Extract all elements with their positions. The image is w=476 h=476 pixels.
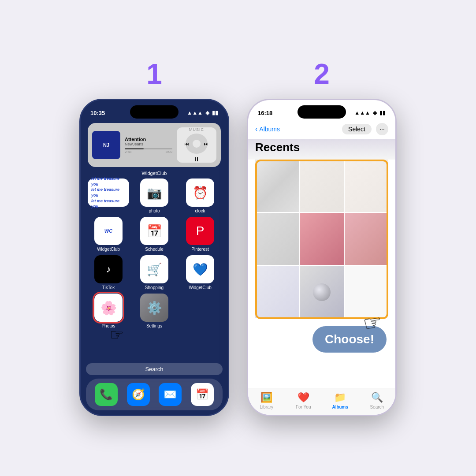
dynamic-island-2 [298, 105, 346, 119]
music-info: Attention NewJeans 2:58 3:00 [125, 137, 172, 154]
library-label: Library [260, 405, 273, 409]
bottom-tabs: 🖼️ Library ❤️ For You 📁 Albums 🔍 Search [248, 388, 395, 415]
photo-3[interactable] [345, 160, 388, 212]
app-grid-row3: ♪ TikTok 🛒 Shopping 💙 WidgetClub [88, 255, 221, 290]
dock-mail[interactable]: ✉️ [159, 383, 182, 406]
time-1: 10:35 [90, 110, 105, 116]
status-icons-2: ▲▲▲ ◈ ▮▮ [354, 110, 386, 116]
dock-calendar[interactable]: 📅 [191, 383, 214, 406]
tab-for-you[interactable]: ❤️ For You [285, 392, 322, 409]
nav-back[interactable]: ‹ Albums [255, 125, 280, 133]
photo-1[interactable] [255, 160, 299, 212]
battery-icon: ▮▮ [212, 110, 218, 116]
photo-app-icon: 📷 [140, 178, 168, 207]
heart-label: WidgetClub [189, 285, 212, 290]
shopping-label: Shopping [145, 285, 164, 290]
select-button[interactable]: Select [342, 124, 372, 134]
step-1-number: 1 [146, 60, 162, 88]
heart-app-icon: 💙 [186, 255, 214, 283]
time-total: 3:00 [165, 150, 172, 154]
hand-area-1: ☞ [88, 330, 221, 348]
photos-app-icon: 🌸 [94, 294, 123, 322]
dock-safari[interactable]: 🧭 [127, 383, 150, 406]
empty-slot [179, 294, 208, 328]
album-art: NJ [92, 131, 120, 159]
app-treasure-widget[interactable]: let me treasure youlet me treasure youle… [88, 178, 129, 213]
music-widget-label: WidgetClub [88, 171, 221, 176]
step-1: 1 10:35 ▲▲▲ ◈ ▮▮ NJ [79, 60, 229, 416]
more-button[interactable]: ··· [376, 123, 388, 135]
music-title: Attention [125, 137, 172, 142]
music-progress-fill [125, 148, 144, 149]
app-photo[interactable]: 📷 photo [134, 178, 175, 213]
settings-app-icon: ⚙️ [140, 294, 168, 322]
for-you-icon: ❤️ [298, 392, 309, 403]
app-grid-row4: 🌸 Photos ⚙️ Settings [88, 294, 221, 328]
app-clock[interactable]: ⏰ clock [179, 178, 221, 213]
treasure-widget-box: let me treasure youlet me treasure youle… [88, 178, 129, 207]
battery-icon-2: ▮▮ [379, 110, 386, 116]
photo-5[interactable] [300, 213, 343, 265]
music-progress [125, 148, 172, 149]
photo-4[interactable] [255, 213, 299, 265]
schedule-app-icon: 📅 [140, 217, 168, 245]
nav-actions: Select ··· [342, 123, 388, 135]
tab-albums[interactable]: 📁 Albums [322, 392, 359, 409]
recents-title: Recents [255, 139, 388, 156]
app-photos[interactable]: 🌸 Photos [88, 294, 129, 328]
hand-icon-1: ☞ [110, 326, 124, 344]
dock-phone[interactable]: 📞 [95, 383, 118, 406]
photo-7[interactable] [255, 266, 299, 318]
app-settings[interactable]: ⚙️ Settings [134, 294, 175, 328]
home-content: NJ Attention NewJeans 2:58 3:00 [81, 119, 228, 363]
widgetclub-label: WidgetClub [97, 247, 120, 252]
tab-search[interactable]: 🔍 Search [359, 392, 396, 409]
hand-icon-2: ☞ [361, 309, 384, 337]
app-schedule[interactable]: 📅 Schedule [134, 217, 175, 252]
treasure-text: let me treasure youlet me treasure youle… [91, 176, 126, 209]
albums-label: Albums [332, 405, 348, 409]
hand-pointer-area: ☞ [363, 310, 382, 335]
app-pinterest[interactable]: P Pinterest [179, 217, 221, 252]
search-bar[interactable]: Search [86, 363, 223, 375]
pinterest-label: Pinterest [191, 247, 208, 252]
widgetclub-app-icon: WC [94, 217, 123, 245]
time-2: 16:18 [258, 110, 272, 116]
photos-header: Recents [248, 139, 395, 160]
more-icon: ··· [379, 126, 385, 133]
signal-icon: ▲▲▲ [187, 110, 203, 116]
wifi-icon-2: ◈ [373, 110, 377, 116]
search-tab-icon: 🔍 [371, 392, 383, 403]
app-shopping[interactable]: 🛒 Shopping [134, 255, 175, 290]
wifi-icon: ◈ [205, 110, 209, 116]
photo-2[interactable] [300, 160, 343, 212]
photos-red-ring [93, 292, 124, 324]
clock-app-icon: ⏰ [186, 178, 214, 207]
albums-icon: 📁 [334, 392, 346, 403]
for-you-label: For You [296, 405, 311, 409]
tiktok-app-icon: ♪ [94, 255, 123, 283]
app-widgetclub-heart[interactable]: 💙 WidgetClub [179, 255, 221, 290]
photo-label: photo [149, 208, 160, 213]
music-widget[interactable]: NJ Attention NewJeans 2:58 3:00 [88, 123, 221, 167]
music-artist: NewJeans [125, 142, 172, 146]
dynamic-island-1 [130, 105, 178, 119]
photos-grid [255, 160, 388, 318]
step-2-number: 2 [314, 60, 330, 88]
photo-8[interactable] [300, 266, 343, 318]
ipod-wheel: ⏮ ⏭ [186, 134, 208, 154]
app-widgetclub[interactable]: WC WidgetClub [88, 217, 129, 252]
step-2: 2 16:18 ▲▲▲ ◈ ▮▮ ‹ Albums [247, 60, 397, 416]
app-tiktok[interactable]: ♪ TikTok [88, 255, 129, 290]
nav-back-label: Albums [259, 126, 280, 133]
settings-label: Settings [146, 324, 162, 328]
phone-2: 16:18 ▲▲▲ ◈ ▮▮ ‹ Albums Select [247, 99, 397, 416]
photos-nav: ‹ Albums Select ··· [248, 119, 395, 139]
time-elapsed: 2:58 [125, 150, 132, 154]
search-tab-label: Search [370, 405, 384, 409]
tab-library[interactable]: 🖼️ Library [248, 392, 285, 409]
schedule-label: Schedule [145, 247, 164, 252]
photos-grid-container: 34,774 Photos, 1,36 ☞ Choose! [248, 160, 395, 388]
photo-6[interactable] [345, 213, 388, 265]
tiktok-label: TikTok [102, 285, 115, 290]
